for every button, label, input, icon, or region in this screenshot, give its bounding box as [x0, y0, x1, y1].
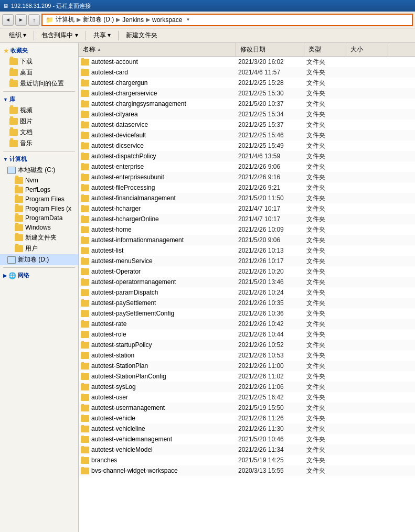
table-row[interactable]: autotest-paramDispatch 2021/2/26 10:24 文…: [79, 287, 415, 298]
file-date-cell: 2021/2/26 10:35: [236, 299, 304, 307]
newfolder-label: 新建文件夹: [25, 233, 57, 242]
sidebar-network-header[interactable]: ▶ 🌐 网络: [0, 270, 78, 281]
table-row[interactable]: autotest-list 2021/2/26 10:13 文件夹: [79, 245, 415, 256]
table-row[interactable]: autotest-paySettlementConfig 2021/2/26 1…: [79, 308, 415, 319]
table-row[interactable]: autotest-home 2021/2/26 10:09 文件夹: [79, 224, 415, 235]
col-header-size[interactable]: 大小: [346, 43, 388, 56]
table-row[interactable]: autotest-enterprise 2021/2/26 9:06 文件夹: [79, 161, 415, 172]
table-row[interactable]: autotest-StationPlan 2021/2/26 11:00 文件夹: [79, 361, 415, 371]
folder-perflogs-icon: [15, 187, 23, 193]
toolbar: 组织 ▾ 包含到库中 ▾ 共享 ▾ 新建文件夹: [0, 28, 415, 43]
table-row[interactable]: autotest-devicefault 2021/2/25 15:46 文件夹: [79, 130, 415, 140]
table-row[interactable]: autotest-chargergun 2021/2/25 15:28 文件夹: [79, 78, 415, 88]
sidebar-item-programfiles86[interactable]: Program Files (x: [0, 204, 78, 213]
file-type-cell: 文件夹: [304, 162, 346, 171]
file-name-cell: autotest-paySettlement: [79, 299, 236, 307]
sidebar-item-pictures[interactable]: 图片: [0, 116, 78, 127]
table-row[interactable]: autotest-Operator 2021/2/26 10:20 文件夹: [79, 266, 415, 277]
sidebar-library-header[interactable]: ▼ 库: [0, 94, 78, 105]
table-row[interactable]: autotest-vehicle 2021/2/26 11:26 文件夹: [79, 413, 415, 424]
table-row[interactable]: autotest-vehiclemanagement 2021/5/20 10:…: [79, 434, 415, 444]
table-row[interactable]: autotest-vehicleModel 2021/2/26 11:34 文件…: [79, 444, 415, 455]
up-button[interactable]: ↑: [28, 14, 40, 26]
table-row[interactable]: autotest-role 2021/2/26 10:44 文件夹: [79, 329, 415, 340]
table-row[interactable]: autotest-hcharger 2021/4/7 10:17 文件夹: [79, 203, 415, 214]
table-row[interactable]: autotest-usermanagement 2021/5/19 15:50 …: [79, 403, 415, 413]
table-row[interactable]: autotest-startupPolicy 2021/2/26 10:52 文…: [79, 340, 415, 350]
share-button[interactable]: 共享 ▾: [89, 30, 115, 41]
back-button[interactable]: ◄: [2, 14, 14, 26]
sidebar-item-users[interactable]: 用户: [0, 243, 78, 254]
table-row[interactable]: autotest-rate 2021/2/26 10:42 文件夹: [79, 319, 415, 329]
folder-documents-icon: [9, 129, 18, 136]
sidebar-favorites-header[interactable]: ★ 收藏夹: [0, 45, 78, 56]
drive-d-icon: [7, 256, 16, 264]
table-row[interactable]: autotest-card 2021/4/6 11:57 文件夹: [79, 67, 415, 78]
sidebar-item-programfiles[interactable]: Program Files: [0, 194, 78, 204]
address-dropdown-arrow[interactable]: ▼: [184, 16, 191, 24]
file-date-cell: 2021/2/26 10:52: [236, 341, 304, 349]
table-row[interactable]: autotest-operatormanagement 2021/5/20 13…: [79, 277, 415, 287]
table-row[interactable]: branches 2021/5/19 14:25 文件夹: [79, 455, 415, 465]
col-header-name[interactable]: 名称 ▲: [79, 43, 236, 56]
file-type-cell: 文件夹: [304, 309, 346, 318]
file-date-cell: 2021/4/7 10:17: [236, 205, 304, 212]
table-row[interactable]: autotest-menuService 2021/2/26 10:17 文件夹: [79, 256, 415, 266]
table-row[interactable]: autotest-user 2021/2/25 16:42 文件夹: [79, 392, 415, 403]
file-name-cell: autotest-vehiclemanagement: [79, 436, 236, 443]
file-name-cell: autotest-informationmanagement: [79, 236, 236, 244]
table-row[interactable]: autotest-dicservice 2021/2/25 15:49 文件夹: [79, 140, 415, 151]
table-row[interactable]: autotest-dispatchPolicy 2021/4/6 13:59 文…: [79, 151, 415, 161]
table-row[interactable]: autotest-account 2021/3/20 16:02 文件夹: [79, 57, 415, 67]
sidebar-item-desktop[interactable]: 桌面: [0, 67, 78, 78]
sidebar-item-programdata[interactable]: ProgramData: [0, 213, 78, 223]
address-box[interactable]: 📁 计算机 ▶ 新加卷 (D:) ▶ Jenkins ▶ workspace ▼: [41, 14, 413, 26]
file-name-cell: autotest-paramDispatch: [79, 289, 236, 296]
file-type-cell: 文件夹: [304, 121, 346, 129]
sidebar-item-documents[interactable]: 文档: [0, 127, 78, 138]
forward-button[interactable]: ►: [15, 14, 27, 26]
table-row[interactable]: autotest-vehicleline 2021/2/26 11:30 文件夹: [79, 424, 415, 434]
table-row[interactable]: autotest-fileProcessing 2021/2/26 9:21 文…: [79, 182, 415, 193]
table-row[interactable]: autotest-StationPlanConfig 2021/2/26 11:…: [79, 371, 415, 382]
sidebar-item-drive-d[interactable]: 新加卷 (D:): [0, 254, 78, 265]
table-row[interactable]: autotest-enterprisesubunit 2021/2/26 9:1…: [79, 172, 415, 182]
table-row[interactable]: bvs-channel-widget-workspace 2020/3/13 1…: [79, 465, 415, 476]
table-row[interactable]: autotest-chargerservice 2021/2/25 15:30 …: [79, 88, 415, 99]
sidebar-drive-c-label: 本地磁盘 (C:): [18, 166, 55, 175]
file-type-cell: 文件夹: [304, 466, 346, 475]
table-row[interactable]: autotest-informationmanagement 2021/5/20…: [79, 235, 415, 245]
sidebar-item-nvm[interactable]: Nvm: [0, 176, 78, 185]
folder-icon: [81, 258, 89, 265]
folder-programdata-icon: [15, 215, 23, 222]
table-row[interactable]: autotest-paySettlement 2021/2/26 10:35 文…: [79, 298, 415, 308]
file-name-cell: autotest-vehicleModel: [79, 446, 236, 453]
sidebar-item-newfolder[interactable]: 新建文件夹: [0, 232, 78, 243]
sidebar-item-perflogs[interactable]: PerfLogs: [0, 185, 78, 194]
file-date-cell: 2021/2/26 9:06: [236, 163, 304, 170]
table-row[interactable]: autotest-financialmanagement 2021/5/20 1…: [79, 193, 415, 203]
sidebar-item-download[interactable]: 下载: [0, 56, 78, 67]
table-row[interactable]: autotest-dataservice 2021/2/25 15:37 文件夹: [79, 120, 415, 130]
table-row[interactable]: autotest-cityarea 2021/2/25 15:34 文件夹: [79, 109, 415, 120]
table-row[interactable]: autotest-chargingsysmanagement 2021/5/20…: [79, 99, 415, 109]
folder-pictures-icon: [9, 118, 18, 125]
organize-button[interactable]: 组织 ▾: [4, 30, 31, 41]
include-library-button[interactable]: 包含到库中 ▾: [37, 30, 82, 41]
sidebar-computer-header[interactable]: ▼ 计算机: [0, 154, 78, 165]
folder-icon: [81, 268, 89, 275]
new-folder-button[interactable]: 新建文件夹: [121, 30, 162, 41]
file-name-cell: autotest-hcharger: [79, 205, 236, 212]
table-row[interactable]: autotest-hchargerOnline 2021/4/7 10:17 文…: [79, 214, 415, 224]
table-row[interactable]: autotest-sysLog 2021/2/26 11:06 文件夹: [79, 382, 415, 392]
sidebar-item-recent[interactable]: 最近访问的位置: [0, 78, 78, 89]
sidebar-item-music[interactable]: 音乐: [0, 138, 78, 149]
col-header-type[interactable]: 类型: [304, 43, 346, 56]
sidebar-video-label: 视频: [20, 106, 33, 115]
sidebar-item-windows[interactable]: Windows: [0, 223, 78, 232]
col-header-date[interactable]: 修改日期: [236, 43, 304, 56]
sidebar-divider-3: [3, 267, 75, 268]
sidebar-item-video[interactable]: 视频: [0, 105, 78, 116]
table-row[interactable]: autotest-station 2021/2/26 10:53 文件夹: [79, 350, 415, 361]
sidebar-item-drive-c[interactable]: 本地磁盘 (C:): [0, 165, 78, 176]
